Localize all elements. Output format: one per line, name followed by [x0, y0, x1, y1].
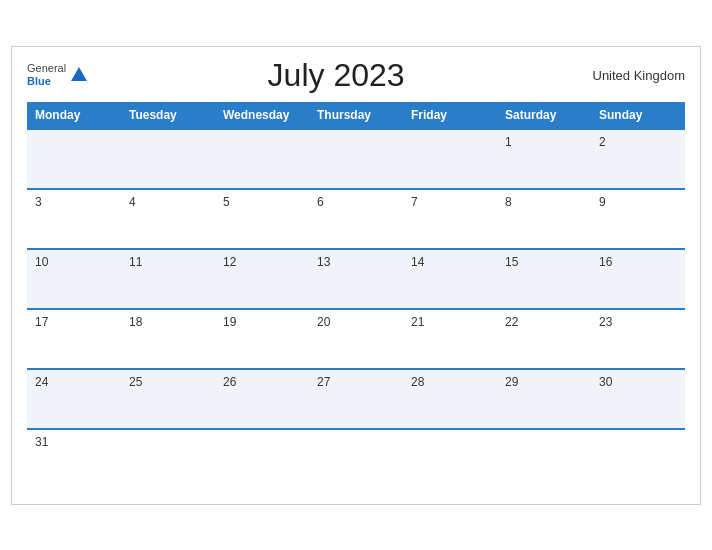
header-saturday: Saturday	[497, 102, 591, 129]
day-cell: 24	[27, 369, 121, 429]
day-cell: 3	[27, 189, 121, 249]
day-cell: 13	[309, 249, 403, 309]
logo: General Blue	[27, 62, 87, 88]
header-tuesday: Tuesday	[121, 102, 215, 129]
day-cell	[591, 429, 685, 489]
day-cell: 6	[309, 189, 403, 249]
day-cell: 4	[121, 189, 215, 249]
day-cell: 20	[309, 309, 403, 369]
day-cell: 19	[215, 309, 309, 369]
calendar-header: General Blue July 2023 United Kingdom	[27, 57, 685, 94]
week-row-6: 31	[27, 429, 685, 489]
header-monday: Monday	[27, 102, 121, 129]
day-cell: 26	[215, 369, 309, 429]
day-cell	[121, 129, 215, 189]
day-cell	[215, 429, 309, 489]
week-row-4: 17 18 19 20 21 22 23	[27, 309, 685, 369]
header-friday: Friday	[403, 102, 497, 129]
day-cell: 28	[403, 369, 497, 429]
day-cell: 29	[497, 369, 591, 429]
day-cell: 11	[121, 249, 215, 309]
header-thursday: Thursday	[309, 102, 403, 129]
day-cell: 8	[497, 189, 591, 249]
day-cell	[27, 129, 121, 189]
day-cell: 25	[121, 369, 215, 429]
day-cell: 2	[591, 129, 685, 189]
day-cell: 23	[591, 309, 685, 369]
week-row-2: 3 4 5 6 7 8 9	[27, 189, 685, 249]
day-cell: 15	[497, 249, 591, 309]
header-sunday: Sunday	[591, 102, 685, 129]
day-cell	[403, 429, 497, 489]
calendar: General Blue July 2023 United Kingdom Mo…	[11, 46, 701, 505]
day-cell: 17	[27, 309, 121, 369]
day-cell	[403, 129, 497, 189]
month-title: July 2023	[87, 57, 585, 94]
day-cell	[215, 129, 309, 189]
day-cell: 12	[215, 249, 309, 309]
day-cell	[309, 429, 403, 489]
country-label: United Kingdom	[585, 68, 685, 83]
day-cell: 31	[27, 429, 121, 489]
day-cell: 22	[497, 309, 591, 369]
day-cell	[497, 429, 591, 489]
day-cell: 1	[497, 129, 591, 189]
day-cell: 5	[215, 189, 309, 249]
day-cell	[309, 129, 403, 189]
day-cell: 16	[591, 249, 685, 309]
calendar-grid: Monday Tuesday Wednesday Thursday Friday…	[27, 102, 685, 489]
week-row-3: 10 11 12 13 14 15 16	[27, 249, 685, 309]
day-cell: 30	[591, 369, 685, 429]
day-cell: 27	[309, 369, 403, 429]
day-cell: 18	[121, 309, 215, 369]
week-row-1: 1 2	[27, 129, 685, 189]
logo-general-text: General	[27, 62, 66, 75]
weekday-header-row: Monday Tuesday Wednesday Thursday Friday…	[27, 102, 685, 129]
logo-triangle-icon	[71, 67, 87, 81]
day-cell: 14	[403, 249, 497, 309]
day-cell: 7	[403, 189, 497, 249]
week-row-5: 24 25 26 27 28 29 30	[27, 369, 685, 429]
day-cell: 21	[403, 309, 497, 369]
header-wednesday: Wednesday	[215, 102, 309, 129]
day-cell: 9	[591, 189, 685, 249]
logo-blue-text: Blue	[27, 75, 66, 88]
day-cell: 10	[27, 249, 121, 309]
day-cell	[121, 429, 215, 489]
